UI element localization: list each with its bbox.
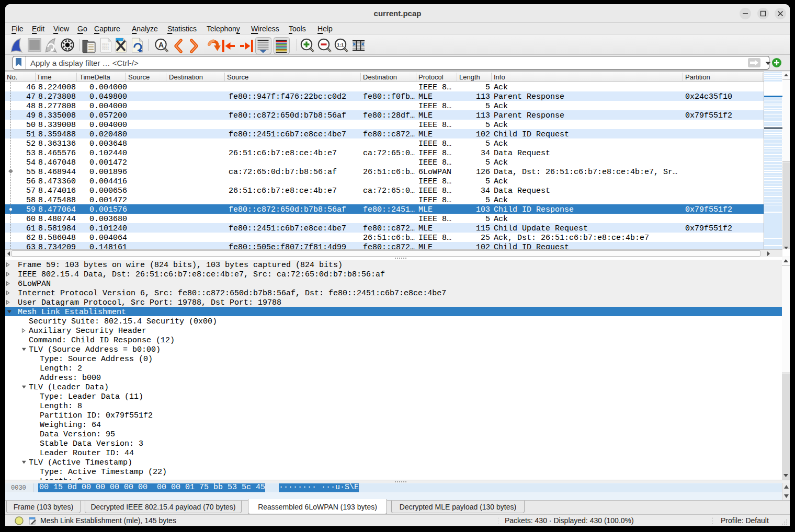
svg-text:0101: 0101 — [102, 47, 109, 51]
svg-text:A: A — [158, 41, 164, 49]
svg-text:1:1: 1:1 — [337, 42, 344, 48]
